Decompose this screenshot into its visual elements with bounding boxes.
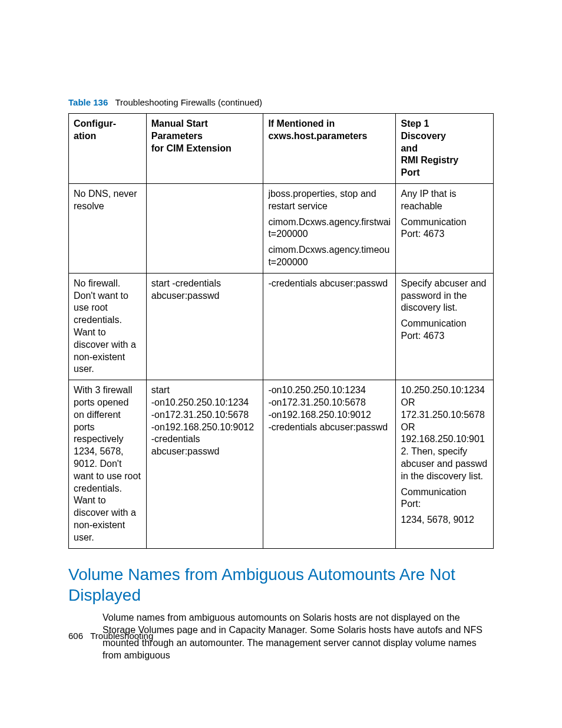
footer-section: Troubleshooting <box>90 631 153 641</box>
page-footer: 606 Troubleshooting <box>68 631 153 641</box>
cell-manual-start: start -on10.250.250.10:1234 -on172.31.25… <box>146 380 263 548</box>
firewall-table: Configur- ation Manual Start Parameters … <box>68 113 494 549</box>
table-header-row: Configur- ation Manual Start Parameters … <box>69 114 494 184</box>
cell-manual-start <box>146 183 263 273</box>
cell-if-mentioned: jboss.properties, stop and restart servi… <box>263 183 396 273</box>
cell-configuration: No DNS, never resolve <box>69 183 147 273</box>
cell-if-mentioned: -on10.250.250.10:1234 -on172.31.250.10:5… <box>263 380 396 548</box>
cell-configuration: No firewall. Don't want to use root cred… <box>69 273 147 380</box>
body-paragraph: Volume names from ambiguous automounts o… <box>103 611 494 662</box>
section-heading: Volume Names from Ambiguous Automounts A… <box>68 564 494 605</box>
cell-step1: 10.250.250.10:1234 OR 172.31.250.10:5678… <box>396 380 494 548</box>
cell-manual-start: start -credentials abcuser:passwd <box>146 273 263 380</box>
header-manual-start: Manual Start Parameters for CIM Extensio… <box>146 114 263 184</box>
cell-configuration: With 3 firewall ports opened on differen… <box>69 380 147 548</box>
page: Table 136 Troubleshooting Firewalls (con… <box>0 0 562 728</box>
table-caption-text: Troubleshooting Firewalls (continued) <box>115 97 263 107</box>
page-number: 606 <box>68 631 83 641</box>
header-configuration: Configur- ation <box>69 114 147 184</box>
table-row: With 3 firewall ports opened on differen… <box>69 380 494 548</box>
cell-step1: Any IP that is reachable Communication P… <box>396 183 494 273</box>
table-row: No firewall. Don't want to use root cred… <box>69 273 494 380</box>
header-step1: Step 1 Discovery and RMI Registry Port <box>396 114 494 184</box>
table-caption: Table 136 Troubleshooting Firewalls (con… <box>68 97 494 107</box>
cell-if-mentioned: -credentials abcuser:passwd <box>263 273 396 380</box>
header-if-mentioned: If Mentioned in cxws.host.parameters <box>263 114 396 184</box>
table-label: Table 136 <box>68 97 108 107</box>
table-row: No DNS, never resolve jboss.properties, … <box>69 183 494 273</box>
cell-step1: Specify abcuser and password in the disc… <box>396 273 494 380</box>
